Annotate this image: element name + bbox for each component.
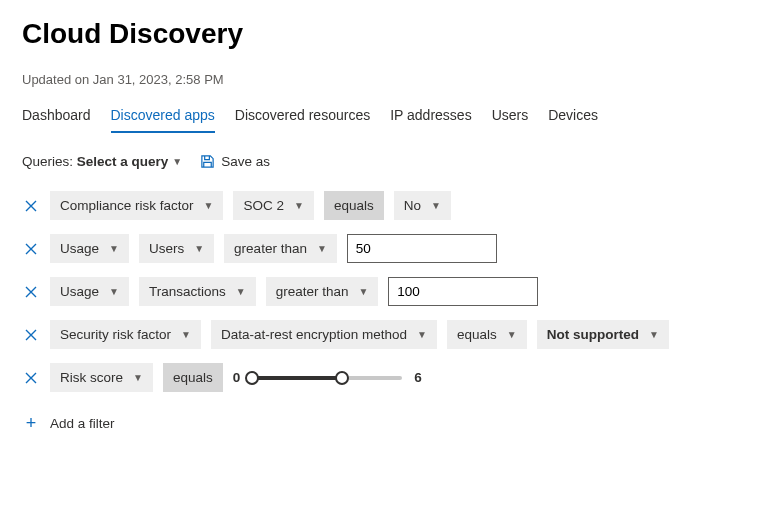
slider-thumb-high[interactable] bbox=[335, 371, 349, 385]
save-as-label: Save as bbox=[221, 154, 270, 169]
filter-value[interactable]: Not supported▼ bbox=[537, 320, 669, 349]
save-icon bbox=[200, 154, 215, 169]
filter-row: Usage▼Transactions▼greater than▼ bbox=[22, 277, 746, 306]
chevron-down-icon: ▼ bbox=[649, 329, 659, 340]
slider-high-label: 6 bbox=[414, 370, 422, 385]
filter-field[interactable]: Risk score▼ bbox=[50, 363, 153, 392]
filter-field[interactable]: Compliance risk factor▼ bbox=[50, 191, 223, 220]
chevron-down-icon: ▼ bbox=[431, 200, 441, 211]
risk-score-slider[interactable]: 06 bbox=[233, 369, 422, 387]
filter-field[interactable]: Usage▼ bbox=[50, 277, 129, 306]
chevron-down-icon: ▼ bbox=[133, 372, 143, 383]
slider-thumb-low[interactable] bbox=[245, 371, 259, 385]
filter-subfield[interactable]: Transactions▼ bbox=[139, 277, 256, 306]
tab-discovered-apps[interactable]: Discovered apps bbox=[111, 101, 215, 133]
tab-discovered-resources[interactable]: Discovered resources bbox=[235, 101, 370, 133]
filter-subfield[interactable]: SOC 2▼ bbox=[233, 191, 313, 220]
queries-label: Queries: bbox=[22, 154, 73, 169]
tab-dashboard[interactable]: Dashboard bbox=[22, 101, 91, 133]
updated-timestamp: Updated on Jan 31, 2023, 2:58 PM bbox=[22, 72, 746, 87]
add-filter-row: +Add a filter bbox=[22, 414, 746, 432]
filter-operator[interactable]: greater than▼ bbox=[266, 277, 379, 306]
chevron-down-icon: ▼ bbox=[317, 243, 327, 254]
remove-filter-button[interactable] bbox=[22, 369, 40, 387]
page-title: Cloud Discovery bbox=[22, 18, 746, 50]
chevron-down-icon: ▼ bbox=[181, 329, 191, 340]
filter-row: Risk score▼equals06 bbox=[22, 363, 746, 392]
remove-filter-button[interactable] bbox=[22, 326, 40, 344]
chevron-down-icon: ▼ bbox=[236, 286, 246, 297]
save-as-button[interactable]: Save as bbox=[200, 154, 270, 169]
filter-row: Usage▼Users▼greater than▼ bbox=[22, 234, 746, 263]
chevron-down-icon: ▼ bbox=[172, 156, 182, 167]
tab-ip-addresses[interactable]: IP addresses bbox=[390, 101, 471, 133]
filter-operator[interactable]: equals▼ bbox=[447, 320, 527, 349]
queries-row: Queries: Select a query ▼ Save as bbox=[22, 154, 746, 169]
filter-value-input[interactable] bbox=[347, 234, 497, 263]
filter-subfield[interactable]: Users▼ bbox=[139, 234, 214, 263]
filter-value-input[interactable] bbox=[388, 277, 538, 306]
filter-subfield[interactable]: Data-at-rest encryption method▼ bbox=[211, 320, 437, 349]
chevron-down-icon: ▼ bbox=[194, 243, 204, 254]
tabs: DashboardDiscovered appsDiscovered resou… bbox=[22, 101, 746, 134]
filter-row: Compliance risk factor▼SOC 2▼equalsNo▼ bbox=[22, 191, 746, 220]
filter-field[interactable]: Usage▼ bbox=[50, 234, 129, 263]
filter-value[interactable]: No▼ bbox=[394, 191, 451, 220]
remove-filter-button[interactable] bbox=[22, 283, 40, 301]
filters: Compliance risk factor▼SOC 2▼equalsNo▼Us… bbox=[22, 191, 746, 432]
chevron-down-icon: ▼ bbox=[109, 243, 119, 254]
remove-filter-button[interactable] bbox=[22, 240, 40, 258]
tab-devices[interactable]: Devices bbox=[548, 101, 598, 133]
chevron-down-icon: ▼ bbox=[204, 200, 214, 211]
filter-operator[interactable]: equals bbox=[324, 191, 384, 220]
filter-row: Security risk factor▼Data-at-rest encryp… bbox=[22, 320, 746, 349]
remove-filter-button[interactable] bbox=[22, 197, 40, 215]
queries-select-label: Select a query bbox=[77, 154, 169, 169]
filter-operator[interactable]: greater than▼ bbox=[224, 234, 337, 263]
chevron-down-icon: ▼ bbox=[507, 329, 517, 340]
filter-operator[interactable]: equals bbox=[163, 363, 223, 392]
add-filter-label[interactable]: Add a filter bbox=[50, 416, 115, 431]
tab-users[interactable]: Users bbox=[492, 101, 529, 133]
chevron-down-icon: ▼ bbox=[417, 329, 427, 340]
queries-select[interactable]: Select a query ▼ bbox=[77, 154, 182, 169]
chevron-down-icon: ▼ bbox=[358, 286, 368, 297]
filter-field[interactable]: Security risk factor▼ bbox=[50, 320, 201, 349]
chevron-down-icon: ▼ bbox=[294, 200, 304, 211]
add-filter-button[interactable]: + bbox=[22, 414, 40, 432]
slider-low-label: 0 bbox=[233, 370, 241, 385]
chevron-down-icon: ▼ bbox=[109, 286, 119, 297]
